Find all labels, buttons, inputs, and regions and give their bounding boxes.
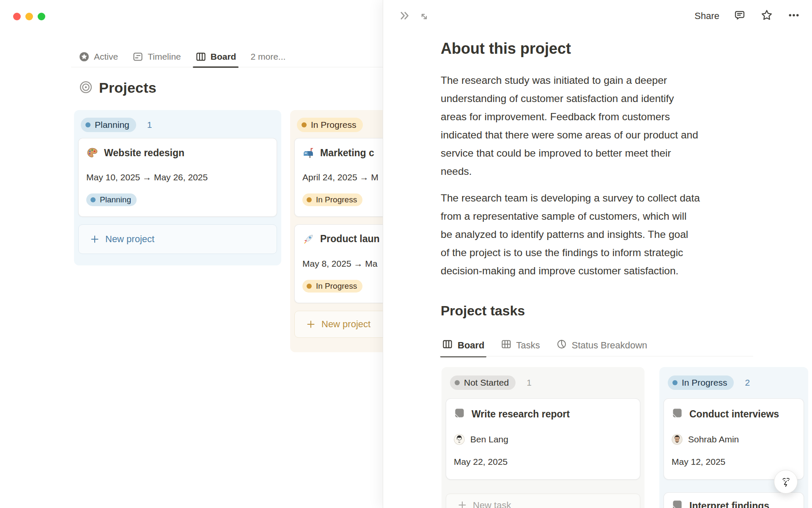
tab-label: Status Breakdown — [572, 340, 647, 351]
palette-emoji — [86, 147, 98, 159]
side-peek-panel: Share About this project The research st… — [383, 0, 812, 508]
notion-ai-button[interactable] — [774, 470, 798, 494]
plus-icon — [457, 500, 467, 508]
ai-face-icon — [779, 475, 793, 489]
status-dot — [91, 197, 96, 202]
notion-window: Active Timeline Board 2 more... Projects… — [0, 0, 812, 508]
timeline-icon — [132, 51, 143, 62]
tab-timeline[interactable]: Timeline — [132, 51, 181, 62]
new-project-button[interactable]: New project — [78, 224, 277, 254]
tab-more-views[interactable]: 2 more... — [250, 52, 285, 62]
task-due-date: May 22, 2025 — [454, 457, 632, 467]
task-title: Interpret findings — [689, 500, 769, 508]
window-controls — [13, 13, 45, 20]
card-title: Product laun — [320, 233, 380, 245]
status-dot — [307, 197, 312, 202]
expand-diagonal-icon — [418, 11, 430, 22]
column-header: Not Started 1 — [446, 371, 640, 398]
project-card-website-redesign[interactable]: Website redesign May 10, 2025 → May 26, … — [78, 138, 277, 217]
favorite-button[interactable] — [760, 8, 774, 24]
card-status-tag: In Progress — [302, 193, 362, 206]
double-chevron-right-icon — [398, 9, 411, 22]
tab-label: Tasks — [516, 340, 540, 351]
card-status-tag: In Progress — [302, 280, 362, 293]
close-window-button[interactable] — [13, 13, 21, 20]
star-circle-icon — [79, 51, 90, 62]
card-date-range: May 10, 2025 → May 26, 2025 — [86, 172, 269, 182]
avatar-sohrab-amin — [672, 434, 683, 445]
tab-board[interactable]: Board — [195, 51, 236, 62]
ellipsis-icon — [787, 9, 800, 22]
comments-button[interactable] — [733, 9, 746, 23]
status-dot — [307, 284, 312, 289]
close-side-peek-button[interactable] — [398, 8, 412, 23]
tasks-view-tabs: Board Tasks Status Breakdown — [442, 336, 647, 355]
zoom-window-button[interactable] — [38, 13, 45, 20]
status-dot — [85, 122, 91, 127]
column-count: 1 — [147, 120, 152, 130]
mailbox-emoji — [302, 147, 314, 159]
projects-title-row: Projects — [79, 80, 156, 96]
plus-icon — [90, 234, 100, 244]
new-task-button[interactable]: New task — [446, 494, 640, 508]
tab-label: Active — [94, 52, 118, 62]
assignee-name: Ben Lang — [470, 434, 508, 444]
task-title: Write research report — [472, 409, 570, 420]
status-dot — [672, 380, 678, 385]
status-pill-in-progress: In Progress — [668, 375, 734, 390]
target-icon — [79, 80, 93, 96]
tabs-divider — [439, 356, 753, 356]
page-icon — [672, 407, 683, 421]
board-icon — [442, 339, 453, 352]
plus-icon — [306, 319, 316, 329]
about-paragraph-2: The research team is developing a survey… — [441, 189, 754, 280]
task-card-write-research-report[interactable]: Write research report Ben Lang May 22, 2… — [446, 398, 640, 480]
tasks-section-title: Project tasks — [441, 303, 525, 319]
tab-label: Timeline — [148, 52, 181, 62]
page-icon — [672, 499, 683, 508]
assignee-name: Sohrab Amin — [688, 434, 739, 444]
avatar-ben-lang — [454, 434, 465, 445]
card-title: Website redesign — [104, 147, 184, 159]
peek-toolbar: Share — [694, 8, 800, 24]
tab-label: Board — [211, 52, 236, 62]
tab-active[interactable]: Active — [79, 51, 118, 62]
board-icon — [195, 51, 206, 62]
star-icon — [760, 8, 774, 22]
column-count: 2 — [745, 378, 750, 388]
task-column-not-started: Not Started 1 Write research report Ben … — [442, 367, 645, 508]
card-title: Marketing c — [320, 147, 374, 159]
page-icon — [454, 407, 465, 421]
expand-page-button[interactable] — [417, 9, 431, 24]
about-paragraph-1: The research study was initiated to gain… — [441, 71, 754, 180]
minimize-window-button[interactable] — [25, 13, 33, 20]
tab-board[interactable]: Board — [442, 339, 485, 352]
table-icon — [501, 339, 512, 352]
rocket-emoji — [302, 233, 314, 245]
status-dot — [455, 380, 460, 385]
task-card-conduct-interviews[interactable]: Conduct interviews Sohrab Amin May 12, 2… — [664, 398, 804, 480]
column-header: In Progress 2 — [664, 371, 804, 398]
more-options-button[interactable] — [787, 9, 800, 23]
board-column-planning: Planning 1 Website redesign May 10, 2025… — [74, 110, 281, 265]
projects-view-tabs: Active Timeline Board 2 more... — [79, 47, 285, 66]
task-card-interpret-findings[interactable]: Interpret findings — [664, 492, 804, 508]
status-pill-not-started: Not Started — [450, 375, 516, 390]
pie-chart-icon — [556, 339, 567, 352]
tab-label: Board — [458, 340, 485, 351]
comment-icon — [733, 9, 746, 22]
card-status-tag: Planning — [86, 193, 137, 206]
tab-label: 2 more... — [250, 52, 285, 62]
column-header: Planning 1 — [78, 114, 277, 138]
status-pill-planning: Planning — [81, 118, 136, 132]
task-title: Conduct interviews — [689, 409, 779, 420]
tab-tasks[interactable]: Tasks — [501, 339, 540, 352]
status-pill-in-progress: In Progress — [297, 118, 363, 132]
task-due-date: May 12, 2025 — [672, 457, 796, 467]
tab-status-breakdown[interactable]: Status Breakdown — [556, 339, 647, 352]
column-count: 1 — [527, 378, 532, 388]
page-title: Projects — [99, 80, 156, 96]
status-dot — [302, 122, 307, 127]
peek-page-title: About this project — [441, 40, 754, 58]
share-button[interactable]: Share — [694, 11, 719, 22]
